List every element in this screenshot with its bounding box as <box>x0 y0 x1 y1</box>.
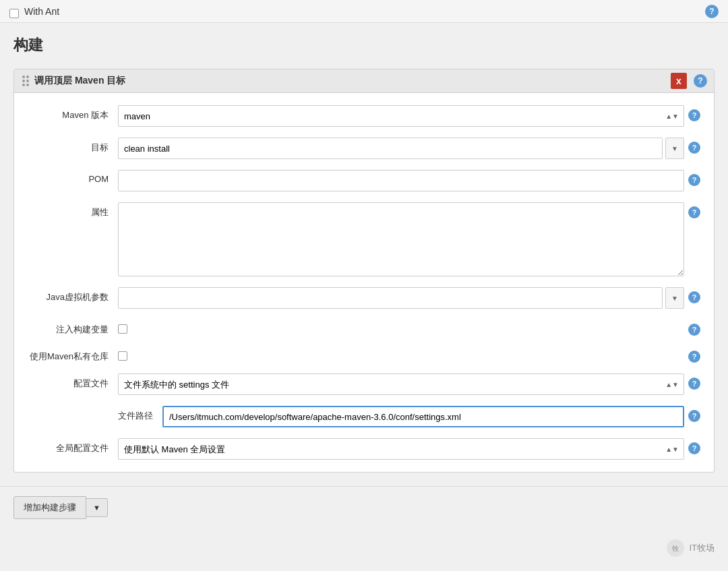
target-help-icon[interactable]: ? <box>688 142 700 154</box>
target-control: ▼ <box>118 138 684 159</box>
config-file-select-wrapper: 文件系统中的 settings 文件 ▲▼ <box>118 373 684 395</box>
global-config-select[interactable]: 使用默认 Maven 全局设置 <box>118 438 684 460</box>
jvm-args-control: ▼ <box>118 287 684 309</box>
inject-vars-row: 注入构建变量 ? <box>14 314 714 341</box>
properties-label: 属性 <box>24 202 118 218</box>
target-row: 目标 ▼ ? <box>14 132 714 164</box>
block-header: 调用顶层 Maven 目标 x ? <box>14 69 714 93</box>
add-step-button[interactable]: 增加构建步骤 <box>13 496 86 519</box>
jvm-args-dropdown-btn[interactable]: ▼ <box>665 287 684 309</box>
target-label: 目标 <box>24 138 118 154</box>
properties-textarea[interactable] <box>118 202 684 276</box>
pom-row: POM ? <box>14 164 714 197</box>
inject-vars-help-icon[interactable]: ? <box>688 324 700 336</box>
jvm-args-help: ? <box>688 287 704 303</box>
bottom-bar: 增加构建步骤 ▼ <box>0 486 728 529</box>
pom-input[interactable] <box>118 170 684 191</box>
drag-handle <box>22 76 29 86</box>
block-title: 调用顶层 Maven 目标 <box>34 75 125 87</box>
properties-control <box>118 202 684 276</box>
pom-label: POM <box>24 170 118 184</box>
target-help: ? <box>688 138 704 154</box>
maven-version-select[interactable]: maven <box>118 105 684 127</box>
file-path-help: ? <box>688 406 704 422</box>
private-repo-label: 使用Maven私有仓库 <box>24 347 118 363</box>
inject-vars-checkbox[interactable] <box>118 324 127 334</box>
properties-row: 属性 ? <box>14 197 714 282</box>
file-path-control <box>162 406 684 427</box>
global-config-row: 全局配置文件 使用默认 Maven 全局设置 ▲▼ ? <box>14 433 714 465</box>
delete-button[interactable]: x <box>671 73 687 89</box>
config-file-row: 配置文件 文件系统中的 settings 文件 ▲▼ ? <box>14 368 714 400</box>
maven-version-label: Maven 版本 <box>24 105 118 121</box>
top-bar-left: With Ant <box>9 4 59 18</box>
maven-version-control: maven ▲▼ <box>118 105 684 127</box>
global-config-label: 全局配置文件 <box>24 438 118 454</box>
form-body: Maven 版本 maven ▲▼ ? 目标 <box>14 93 714 472</box>
pom-control <box>118 170 684 191</box>
pom-help-icon[interactable]: ? <box>688 174 700 186</box>
top-bar: With Ant ? <box>0 0 728 23</box>
config-file-select[interactable]: 文件系统中的 settings 文件 <box>118 373 684 395</box>
add-step-dropdown-button[interactable]: ▼ <box>86 498 108 517</box>
file-path-row: 文件路径 ? <box>14 400 714 433</box>
maven-version-row: Maven 版本 maven ▲▼ ? <box>14 100 714 132</box>
config-file-label: 配置文件 <box>24 373 118 390</box>
page-title: 构建 <box>13 35 715 55</box>
inject-vars-help: ? <box>688 320 704 336</box>
jvm-args-label: Java虚拟机参数 <box>24 287 118 303</box>
with-ant-checkbox[interactable] <box>9 9 19 18</box>
private-repo-control <box>118 347 684 361</box>
target-dropdown-btn[interactable]: ▼ <box>665 138 684 159</box>
global-config-help: ? <box>688 438 704 454</box>
private-repo-checkbox[interactable] <box>118 351 127 361</box>
private-repo-row: 使用Maven私有仓库 ? <box>14 341 714 368</box>
private-repo-help-icon[interactable]: ? <box>688 351 700 363</box>
global-config-help-icon[interactable]: ? <box>688 442 700 454</box>
config-file-help: ? <box>688 373 704 390</box>
pom-help: ? <box>688 170 704 186</box>
file-path-input[interactable] <box>162 406 684 427</box>
global-config-select-wrapper: 使用默认 Maven 全局设置 ▲▼ <box>118 438 684 460</box>
jvm-args-row: Java虚拟机参数 ▼ ? <box>14 282 714 314</box>
global-config-control: 使用默认 Maven 全局设置 ▲▼ <box>118 438 684 460</box>
maven-version-help: ? <box>688 105 704 121</box>
config-file-control: 文件系统中的 settings 文件 ▲▼ <box>118 373 684 395</box>
block-help-icon[interactable]: ? <box>694 74 707 88</box>
maven-version-help-icon[interactable]: ? <box>688 109 700 121</box>
inject-vars-control <box>118 320 684 334</box>
page-title-section: 构建 <box>0 23 728 62</box>
main-content: 调用顶层 Maven 目标 x ? Maven 版本 maven ▲▼ <box>0 62 728 486</box>
inject-vars-label: 注入构建变量 <box>24 320 118 336</box>
target-input[interactable] <box>118 138 663 159</box>
with-ant-label: With Ant <box>24 6 59 17</box>
properties-help: ? <box>688 202 704 218</box>
private-repo-help: ? <box>688 347 704 363</box>
jvm-args-input[interactable] <box>118 287 663 309</box>
properties-help-icon[interactable]: ? <box>688 206 700 218</box>
maven-version-select-wrapper: maven ▲▼ <box>118 105 684 127</box>
build-block: 调用顶层 Maven 目标 x ? Maven 版本 maven ▲▼ <box>13 69 715 473</box>
file-path-label: 文件路径 <box>14 406 162 422</box>
jvm-args-help-icon[interactable]: ? <box>688 291 700 303</box>
file-path-help-icon[interactable]: ? <box>688 410 700 422</box>
config-file-help-icon[interactable]: ? <box>688 378 700 390</box>
top-help-icon[interactable]: ? <box>705 5 719 18</box>
